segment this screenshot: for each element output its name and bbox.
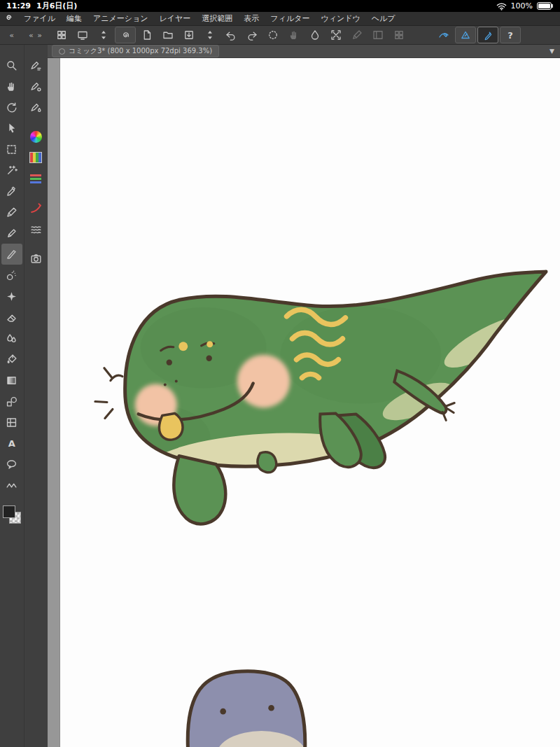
- second-creature: [188, 671, 306, 747]
- main-area: A コミック3* (800 x 1000px 72dpi 369.3%) ▼: [0, 45, 560, 747]
- pressure-pen-button[interactable]: [477, 27, 498, 43]
- snap-panel-button[interactable]: [368, 27, 388, 43]
- transform-button[interactable]: [326, 27, 346, 43]
- snap-grid-button[interactable]: [389, 27, 409, 43]
- line-stabilize-button[interactable]: [434, 27, 454, 43]
- menu-item-8[interactable]: ヘルプ: [366, 13, 401, 24]
- decoration-tool-button[interactable]: [1, 286, 22, 307]
- taper-pen-button[interactable]: [455, 27, 476, 43]
- framex-icon: [330, 29, 342, 41]
- airbrush-tool-button[interactable]: [1, 265, 22, 286]
- main-color-swatch[interactable]: [3, 505, 15, 518]
- pencil-tool-button[interactable]: [1, 223, 22, 244]
- brush-tool-button[interactable]: [1, 244, 22, 265]
- collapse-subtool-column-button[interactable]: « »: [24, 31, 48, 40]
- dotcircle-icon: [267, 29, 279, 41]
- tab-bar-menu-caret-icon[interactable]: ▼: [550, 48, 556, 55]
- workspace-layout-button[interactable]: [52, 27, 71, 43]
- marquee-icon: [5, 143, 18, 156]
- menu-bar: ファイル編集アニメーションレイヤー選択範囲表示フィルターウィンドウヘルプ: [0, 12, 560, 26]
- color-set-button[interactable]: [25, 147, 46, 168]
- selection-button[interactable]: [1, 139, 22, 160]
- menu-item-1[interactable]: 編集: [61, 13, 88, 24]
- balloon-icon: [5, 458, 18, 471]
- menu-item-3[interactable]: レイヤー: [154, 13, 197, 24]
- panel-icon: [372, 29, 384, 41]
- color-wheel-button[interactable]: [25, 126, 46, 147]
- airbrush-icon: [5, 269, 18, 282]
- text-tool-button[interactable]: A: [1, 433, 22, 454]
- creature2-right-eye: [268, 705, 274, 711]
- current-color-indicator[interactable]: [3, 505, 21, 524]
- auto-select-button[interactable]: [1, 160, 22, 181]
- yellow-spot-large: [178, 342, 188, 351]
- menu-item-2[interactable]: アニメーション: [88, 13, 154, 24]
- canvas-artwork[interactable]: [60, 58, 560, 747]
- collapse-tool-column-button[interactable]: «: [0, 31, 24, 40]
- import-image-button[interactable]: [179, 27, 199, 43]
- help-button[interactable]: ?: [500, 27, 521, 43]
- menu-item-6[interactable]: フィルター: [265, 13, 315, 24]
- stroke-brush-button[interactable]: [25, 197, 46, 218]
- undo-button[interactable]: [221, 27, 241, 43]
- redo-button[interactable]: [242, 27, 262, 43]
- eraser-tool-button[interactable]: [1, 307, 22, 328]
- operation-button[interactable]: [1, 118, 22, 139]
- menu-item-4[interactable]: 選択範囲: [196, 13, 238, 24]
- zigzag-icon: [5, 479, 18, 492]
- fill-enclosed-button[interactable]: [305, 27, 325, 43]
- balloon-tool-button[interactable]: [1, 454, 22, 475]
- hand-icon: [5, 80, 18, 93]
- pan-button[interactable]: [1, 76, 22, 97]
- undo-icon: [225, 29, 237, 41]
- snap-pen-button[interactable]: [347, 27, 367, 43]
- move-layer-button[interactable]: [284, 27, 304, 43]
- belly-fin: [258, 452, 276, 473]
- frame-border-tool-button[interactable]: [1, 412, 22, 433]
- eyedropper-button[interactable]: [1, 181, 22, 202]
- wifi-icon: [496, 2, 507, 11]
- touch-gesture-button[interactable]: [115, 27, 136, 43]
- zoom-button[interactable]: [1, 55, 22, 76]
- brush-strokes-button[interactable]: [25, 218, 46, 239]
- display-mode-button[interactable]: [73, 27, 92, 43]
- open-file-button[interactable]: [158, 27, 178, 43]
- pen-tool-button[interactable]: [1, 202, 22, 223]
- main-toolbar: « « » ?: [0, 26, 560, 45]
- canvas-tab[interactable]: コミック3* (800 x 1000px 72dpi 369.3%): [52, 45, 219, 57]
- menu-item-5[interactable]: 表示: [238, 13, 265, 24]
- blend-tool-button[interactable]: [1, 328, 22, 349]
- figure-icon: [5, 395, 18, 408]
- subtool-pen-ink-button[interactable]: [25, 97, 46, 118]
- deselect-button[interactable]: [263, 27, 283, 43]
- subtool-pen-lines-button[interactable]: [25, 55, 46, 76]
- new-page-button[interactable]: [137, 27, 157, 43]
- strokes-icon: [29, 223, 43, 236]
- menu-item-7[interactable]: ウィンドウ: [315, 13, 365, 24]
- clip-studio-logo-icon[interactable]: [0, 13, 18, 24]
- canvas-region: コミック3* (800 x 1000px 72dpi 369.3%) ▼: [48, 45, 560, 747]
- wand-icon: [5, 164, 18, 177]
- fill-tool-button[interactable]: [1, 349, 22, 370]
- gradient-tool-button[interactable]: [1, 370, 22, 391]
- menu-item-0[interactable]: ファイル: [18, 13, 61, 24]
- rotate-canvas-button[interactable]: [1, 97, 22, 118]
- sketch-marks: [95, 368, 122, 419]
- size-stepper-button[interactable]: [94, 27, 113, 43]
- line-correction-tool-button[interactable]: [1, 475, 22, 496]
- colorset-icon: [29, 152, 42, 163]
- menu-items: ファイル編集アニメーションレイヤー選択範囲表示フィルターウィンドウヘルプ: [18, 13, 400, 24]
- canvas-viewport[interactable]: [48, 58, 560, 747]
- color-sliders-button[interactable]: [25, 168, 46, 189]
- canvas-page[interactable]: [59, 58, 560, 747]
- redo-icon: [246, 29, 258, 41]
- figure-tool-button[interactable]: [1, 391, 22, 412]
- capture-camera-button[interactable]: [25, 248, 46, 269]
- battery-icon: [537, 2, 554, 10]
- tadpole-creature: [95, 272, 546, 524]
- layer-stepper-button[interactable]: [200, 27, 220, 43]
- subtool-pen-settings-button[interactable]: [25, 76, 46, 97]
- sparkle-icon: [5, 290, 18, 303]
- bluepen-icon: [482, 29, 494, 41]
- frame-icon: [5, 416, 18, 429]
